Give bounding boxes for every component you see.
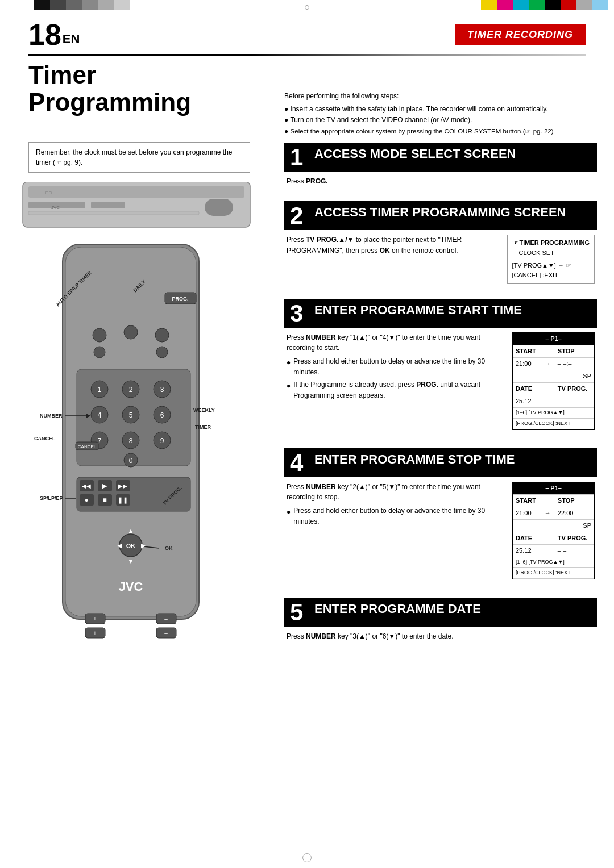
svg-text:+: +	[93, 616, 97, 622]
section-5-title: ENTER PROGRAMME DATE	[310, 598, 597, 627]
svg-text:NUMBER: NUMBER	[40, 413, 63, 419]
top-color-bar	[0, 0, 614, 10]
color-block-yellow	[481, 0, 497, 10]
svg-text:OK: OK	[126, 542, 136, 549]
svg-text:◀◀: ◀◀	[82, 483, 91, 489]
section-3: 3 ENTER PROGRAMME START TIME – P1– START…	[284, 299, 597, 438]
svg-text:▶▶: ▶▶	[118, 483, 127, 489]
color-block-6	[114, 0, 130, 10]
svg-point-69	[155, 328, 169, 342]
section-3-number: 3	[284, 299, 310, 328]
section-3-body: – P1– START STOP 21:00 → – –:– SP	[284, 328, 597, 438]
section-3-bullet-1: ● Press and hold either button to delay …	[287, 356, 508, 377]
main-title: TimerProgramming	[28, 61, 191, 116]
svg-text:9: 9	[160, 437, 164, 445]
section-1-header: 1 ACCESS MODE SELECT SCREEN	[284, 143, 597, 172]
right-column: Before performing the following steps: ●…	[284, 91, 597, 657]
color-block-lightblue	[592, 0, 608, 10]
page-header: 18 EN TIMER RECORDING	[28, 20, 586, 49]
svg-text:JVC: JVC	[119, 579, 143, 594]
section-1: 1 ACCESS MODE SELECT SCREEN Press PROG.	[284, 143, 597, 191]
registration-mark-top	[305, 5, 309, 10]
svg-text:▼: ▼	[128, 558, 134, 565]
section-3-display: – P1– START STOP 21:00 → – –:– SP	[512, 332, 595, 430]
svg-text:CANCEL: CANCEL	[78, 444, 97, 449]
before-steps: Before performing the following steps: ●…	[284, 91, 597, 137]
section-4-bullet-1: ● Press and hold either button to delay …	[287, 506, 508, 527]
svg-text:▶: ▶	[102, 482, 107, 489]
section-1-title: ACCESS MODE SELECT SCREEN	[310, 143, 597, 172]
svg-text:□ □: □ □	[45, 191, 52, 195]
color-block-3	[66, 0, 82, 10]
section-4-body: – P1– START STOP 21:00 → 22:00 SP	[284, 477, 597, 587]
svg-text:–: –	[164, 630, 168, 636]
before-step-2: ● Turn on the TV and select the VIDEO ch…	[284, 115, 597, 126]
section-4-header: 4 ENTER PROGRAMME STOP TIME	[284, 449, 597, 477]
registration-mark-bottom	[302, 853, 312, 862]
svg-text:TIMER: TIMER	[195, 424, 211, 430]
section-4-title: ENTER PROGRAMME STOP TIME	[310, 449, 597, 477]
svg-rect-3	[91, 202, 125, 208]
remember-box: Remember, the clock must be set before y…	[28, 142, 250, 183]
svg-text:3: 3	[160, 386, 164, 394]
section-title-badge: TIMER RECORDING	[455, 24, 586, 45]
page-en-suffix: EN	[63, 32, 80, 47]
section-4-display: – P1– START STOP 21:00 → 22:00 SP	[512, 482, 595, 579]
section-1-body: Press PROG.	[284, 172, 597, 191]
section-2: 2 ACCESS TIMER PROGRAMMING SCREEN ☞ TIME…	[284, 201, 597, 288]
svg-point-70	[94, 347, 105, 358]
svg-text:JVC: JVC	[51, 205, 60, 210]
svg-text:SP/LP/EP: SP/LP/EP	[40, 495, 63, 501]
section-3-title: ENTER PROGRAMME START TIME	[310, 299, 597, 328]
color-blocks-left	[34, 0, 130, 10]
before-step-1: ● Insert a cassette with the safety tab …	[284, 104, 597, 115]
section-3-bullet-2: ● If the Programme is already used, pres…	[287, 379, 508, 400]
svg-text:5: 5	[129, 411, 133, 419]
color-block-cyan	[513, 0, 529, 10]
page-number-box: 18 EN	[28, 20, 80, 49]
svg-text:8: 8	[129, 437, 133, 445]
svg-text:▶: ▶	[141, 542, 146, 549]
color-block-2	[50, 0, 66, 10]
svg-text:CANCEL: CANCEL	[34, 436, 56, 441]
section-5-number: 5	[284, 598, 310, 627]
svg-rect-1	[28, 186, 244, 198]
color-block-pink	[497, 0, 513, 10]
svg-text:+: +	[93, 630, 97, 636]
section-2-infobox: ☞ TIMER PROGRAMMING CLOCK SET [TV PROG▲▼…	[507, 235, 595, 283]
color-block-black1	[545, 0, 561, 10]
color-block-green	[529, 0, 545, 10]
svg-text:OK: OK	[165, 545, 173, 551]
color-block-gray	[576, 0, 592, 10]
header-rule	[28, 54, 586, 56]
color-block-4	[82, 0, 98, 10]
section-5: 5 ENTER PROGRAMME DATE Press NUMBER key …	[284, 598, 597, 646]
svg-rect-5	[28, 211, 199, 215]
svg-text:❚❚: ❚❚	[118, 496, 128, 504]
section-2-number: 2	[284, 202, 310, 230]
svg-text:1: 1	[98, 386, 102, 394]
section-3-header: 3 ENTER PROGRAMME START TIME	[284, 299, 597, 328]
remember-text: Remember, the clock must be set before y…	[36, 148, 233, 166]
section-4-number: 4	[284, 449, 310, 477]
section-2-header: 2 ACCESS TIMER PROGRAMMING SCREEN	[284, 202, 597, 230]
section-1-number: 1	[284, 143, 310, 172]
section-4: 4 ENTER PROGRAMME STOP TIME – P1– START …	[284, 448, 597, 587]
svg-text:WEEKLY: WEEKLY	[193, 407, 215, 413]
svg-text:●: ●	[85, 496, 89, 503]
svg-text:■: ■	[102, 496, 106, 504]
svg-point-71	[156, 347, 168, 358]
svg-text:2: 2	[129, 386, 133, 394]
remote-control-image: JVC □ □ AUTO SP/LP TIMER PROG. DAILY 1 2…	[11, 182, 273, 670]
svg-rect-4	[205, 199, 233, 216]
svg-point-68	[124, 326, 138, 339]
section-5-header: 5 ENTER PROGRAMME DATE	[284, 598, 597, 627]
before-step-3: ● Select the appropriate colour system b…	[284, 126, 597, 137]
color-block-1	[34, 0, 50, 10]
svg-text:PROG.: PROG.	[172, 296, 188, 302]
svg-text:–: –	[164, 616, 168, 622]
page-number: 18	[28, 20, 61, 49]
svg-text:4: 4	[98, 411, 102, 419]
svg-text:▲: ▲	[128, 527, 134, 534]
color-blocks-right	[481, 0, 608, 10]
